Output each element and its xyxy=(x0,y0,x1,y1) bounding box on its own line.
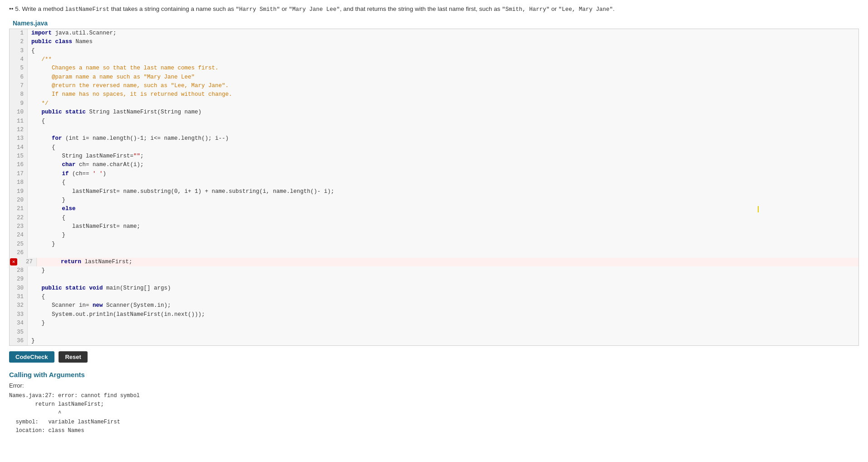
problem-statement: •• 5. Write a method lastNameFirst that … xyxy=(9,5,859,14)
line-text-18: { xyxy=(28,178,858,187)
line-number-23: 23 xyxy=(10,222,28,231)
line-text-13: for (int i= name.length()-1; i<= name.le… xyxy=(28,134,858,143)
line-number-15: 15 xyxy=(10,152,28,161)
line-number-1: 1 xyxy=(10,29,28,38)
line-number-36: 36 xyxy=(10,337,28,345)
line-number-12: 12 xyxy=(10,126,28,134)
code-line-17: 17 if (ch== ' ') xyxy=(10,170,858,178)
line-number-25: 25 xyxy=(10,240,28,249)
line-text-32: Scanner in= new Scanner(System.in); xyxy=(28,301,858,310)
code-line-20: 20 } xyxy=(10,196,858,205)
code-line-8: 8 If name has no spaces, it is returned … xyxy=(10,90,858,99)
line-text-30: public static void main(String[] args) xyxy=(28,284,858,293)
code-line-19: 19 lastNameFirst= name.substring(0, i+ 1… xyxy=(10,187,858,196)
line-number-16: 16 xyxy=(10,161,28,169)
code-line-32: 32 Scanner in= new Scanner(System.in); xyxy=(10,301,858,310)
line-number-28: 28 xyxy=(10,266,28,275)
code-line-21: 21 else xyxy=(10,205,858,213)
line-number-33: 33 xyxy=(10,310,28,319)
line-number-35: 35 xyxy=(10,328,28,337)
line-number-14: 14 xyxy=(10,143,28,152)
code-line-13: 13 for (int i= name.length()-1; i<= name… xyxy=(10,134,858,143)
reset-button[interactable]: Reset xyxy=(59,351,87,363)
code-line-18: 18 { xyxy=(10,178,858,187)
code-line-22: 22 { xyxy=(10,214,858,222)
line-number-19: 19 xyxy=(10,187,28,196)
line-number-2: 2 xyxy=(10,38,28,46)
line-number-34: 34 xyxy=(10,319,28,328)
line-text-9: */ xyxy=(28,99,858,108)
line-text-17: if (ch== ' ') xyxy=(28,170,858,178)
code-line-29: 29 xyxy=(10,275,858,284)
line-text-23: lastNameFirst= name; xyxy=(28,222,858,231)
error-output: Names.java:27: error: cannot find symbol… xyxy=(9,392,859,435)
code-line-25: 25 } xyxy=(10,240,858,249)
code-line-23: 23 lastNameFirst= name; xyxy=(10,222,858,231)
line-number-32: 32 xyxy=(10,301,28,310)
code-line-1: 1import java.util.Scanner; xyxy=(10,29,858,38)
line-number-6: 6 xyxy=(10,73,28,82)
line-number-4: 4 xyxy=(10,55,28,64)
line-number-30: 30 xyxy=(10,284,28,293)
line-text-35 xyxy=(28,328,858,337)
code-line-27: ✕27 return lastNameFirst; xyxy=(10,258,858,266)
code-line-30: 30 public static void main(String[] args… xyxy=(10,284,858,293)
code-line-33: 33 System.out.println(lastNameFirst(in.n… xyxy=(10,310,858,319)
line-text-2: public class Names xyxy=(28,38,858,46)
text-cursor xyxy=(758,206,759,212)
line-text-7: @return the reversed name, such as "Lee,… xyxy=(28,82,858,90)
code-line-6: 6 @param name a name such as "Mary Jane … xyxy=(10,73,858,82)
code-line-9: 9 */ xyxy=(10,99,858,108)
codecheck-button[interactable]: CodeCheck xyxy=(9,351,54,363)
line-number-22: 22 xyxy=(10,214,28,222)
code-line-26: 26 xyxy=(10,249,858,257)
line-text-3: { xyxy=(28,47,858,55)
code-line-15: 15 String lastNameFirst=""; xyxy=(10,152,858,161)
error-label: Error: xyxy=(9,382,859,389)
line-text-5: Changes a name so that the last name com… xyxy=(28,64,858,73)
line-text-31: { xyxy=(28,293,858,301)
error-badge: ✕ xyxy=(10,258,17,265)
line-text-22: { xyxy=(28,214,858,222)
line-text-24: } xyxy=(28,231,858,240)
bullet: •• 5. xyxy=(9,5,20,14)
line-number-29: 29 xyxy=(10,275,28,284)
line-number-5: 5 xyxy=(10,64,28,73)
code-line-3: 3{ xyxy=(10,47,858,55)
line-number-26: 26 xyxy=(10,249,28,257)
calling-section-title: Calling with Arguments xyxy=(9,371,859,378)
code-lines: 1import java.util.Scanner;2public class … xyxy=(10,29,858,346)
line-number-20: 20 xyxy=(10,196,28,205)
code-line-10: 10 public static String lastNameFirst(St… xyxy=(10,108,858,117)
line-text-20: } xyxy=(28,196,858,205)
line-number-11: 11 xyxy=(10,117,28,126)
line-text-26 xyxy=(28,249,858,257)
line-text-14: { xyxy=(28,143,858,152)
line-number-21: 21 xyxy=(10,205,28,213)
line-number-8: 8 xyxy=(10,90,28,99)
line-text-19: lastNameFirst= name.substring(0, i+ 1) +… xyxy=(28,187,858,196)
line-text-21: else xyxy=(28,205,858,213)
line-text-1: import java.util.Scanner; xyxy=(28,29,858,38)
problem-description: Write a method lastNameFirst that takes … xyxy=(22,5,859,14)
line-text-33: System.out.println(lastNameFirst(in.next… xyxy=(28,310,858,319)
line-text-36: } xyxy=(28,337,858,345)
line-number-10: 10 xyxy=(10,108,28,117)
line-text-25: } xyxy=(28,240,858,249)
code-line-28: 28 } xyxy=(10,266,858,275)
line-text-28: } xyxy=(28,266,858,275)
button-bar: CodeCheck Reset xyxy=(9,351,859,363)
code-line-12: 12 xyxy=(10,126,858,134)
line-text-27[interactable]: return lastNameFirst; xyxy=(37,258,858,266)
line-text-6: @param name a name such as "Mary Jane Le… xyxy=(28,73,858,82)
code-line-11: 11 { xyxy=(10,117,858,126)
line-text-8: If name has no spaces, it is returned wi… xyxy=(28,90,858,99)
line-text-10: public static String lastNameFirst(Strin… xyxy=(28,108,858,117)
code-editor[interactable]: 1import java.util.Scanner;2public class … xyxy=(9,29,859,346)
line-number-7: 7 xyxy=(10,82,28,90)
code-line-36: 36} xyxy=(10,337,858,345)
code-line-2: 2public class Names xyxy=(10,38,858,46)
code-line-4: 4 /** xyxy=(10,55,858,64)
code-line-14: 14 { xyxy=(10,143,858,152)
code-line-24: 24 } xyxy=(10,231,858,240)
